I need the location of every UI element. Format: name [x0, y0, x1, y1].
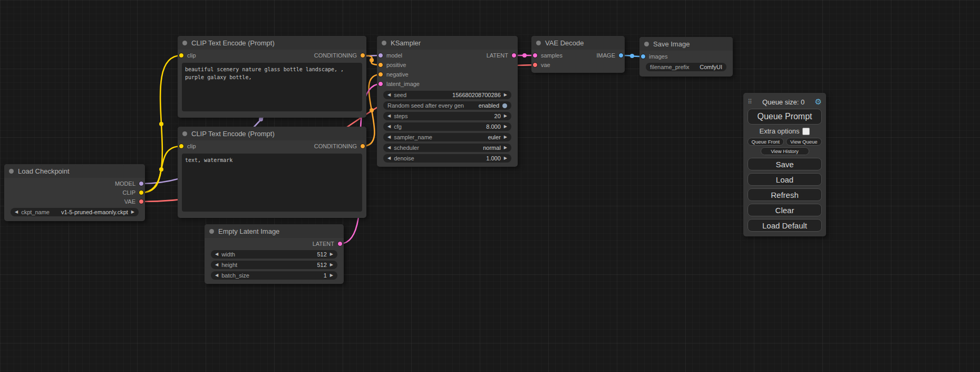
random-seed-toggle-widget[interactable]: Random seed after every gen enabled	[383, 101, 511, 110]
increment-arrow-icon[interactable]: ▶	[504, 125, 507, 129]
input-port-model[interactable]: model	[378, 52, 402, 59]
link-midpoint-dot[interactable]	[259, 117, 263, 121]
node-graph-canvas[interactable]: Load Checkpoint MODEL CLIP VAE	[0, 0, 980, 372]
input-port-clip[interactable]: clip	[179, 143, 196, 149]
load-button[interactable]: Load	[748, 173, 822, 186]
node-title-bar[interactable]: KSampler	[377, 36, 518, 50]
queue-front-button[interactable]: Queue Front	[748, 138, 784, 146]
increment-arrow-icon[interactable]: ▶	[330, 252, 333, 256]
view-queue-button[interactable]: View Queue	[786, 138, 822, 146]
latent-port-dot[interactable]	[532, 53, 538, 58]
decrement-arrow-icon[interactable]: ◀	[387, 125, 391, 129]
increment-arrow-icon[interactable]: ▶	[504, 146, 507, 150]
extra-options-checkbox[interactable]	[802, 128, 810, 135]
output-port-conditioning[interactable]: CONDITIONING	[314, 143, 365, 149]
input-port-clip[interactable]: clip	[179, 52, 196, 59]
link-midpoint-dot[interactable]	[159, 167, 163, 171]
link-midpoint-dot[interactable]	[370, 58, 374, 62]
width-widget[interactable]: ◀ width 512 ▶	[211, 250, 337, 259]
node-clip-text-encode-negative[interactable]: CLIP Text Encode (Prompt) clip CONDITION…	[178, 127, 366, 218]
seed-widget[interactable]: ◀ seed 156680208700286 ▶	[383, 91, 511, 99]
increment-arrow-icon[interactable]: ▶	[504, 135, 507, 139]
load-default-button[interactable]: Load Default	[748, 219, 822, 232]
decrement-arrow-icon[interactable]: ◀	[215, 273, 218, 278]
clip-port-dot[interactable]	[179, 53, 184, 58]
decrement-arrow-icon[interactable]: ◀	[215, 252, 218, 256]
model-port-dot[interactable]	[378, 53, 383, 58]
view-history-button[interactable]: View History	[761, 147, 809, 155]
scheduler-widget[interactable]: ◀ scheduler normal ▶	[383, 144, 511, 152]
node-title-bar[interactable]: Load Checkpoint	[4, 164, 145, 178]
save-button[interactable]: Save	[748, 158, 822, 170]
node-title-bar[interactable]: CLIP Text Encode (Prompt)	[178, 36, 366, 50]
clear-button[interactable]: Clear	[748, 204, 822, 216]
drag-handle-icon[interactable]: ⠿	[748, 98, 752, 106]
clip-port-dot[interactable]	[179, 144, 184, 149]
output-port-image[interactable]: IMAGE	[597, 52, 624, 59]
latent-port-dot[interactable]	[378, 81, 383, 87]
output-port-conditioning[interactable]: CONDITIONING	[314, 52, 365, 59]
node-title-bar[interactable]: Empty Latent Image	[205, 224, 344, 238]
collapse-dot[interactable]	[644, 42, 649, 46]
conditioning-port-dot[interactable]	[378, 62, 383, 68]
node-save-image[interactable]: Save Image images filename_prefix ComfyU…	[639, 37, 733, 77]
output-port-clip[interactable]: CLIP	[123, 189, 144, 196]
decrement-arrow-icon[interactable]: ◀	[15, 210, 18, 214]
increment-arrow-icon[interactable]: ▶	[504, 114, 507, 118]
conditioning-port-dot[interactable]	[378, 72, 383, 77]
increment-arrow-icon[interactable]: ▶	[330, 273, 333, 278]
decrement-arrow-icon[interactable]: ◀	[215, 263, 218, 267]
node-title-bar[interactable]: Save Image	[639, 37, 733, 51]
vae-port-dot[interactable]	[139, 199, 144, 204]
collapse-dot[interactable]	[382, 41, 386, 45]
height-widget[interactable]: ◀ height 512 ▶	[211, 261, 337, 269]
toggle-dot[interactable]	[502, 103, 507, 108]
increment-arrow-icon[interactable]: ▶	[330, 263, 333, 267]
node-title-bar[interactable]: VAE Decode	[531, 36, 625, 50]
output-port-vae[interactable]: VAE	[124, 198, 144, 205]
input-port-samples[interactable]: samples	[532, 52, 562, 59]
input-port-positive[interactable]: positive	[378, 62, 406, 68]
output-port-latent[interactable]: LATENT	[313, 241, 343, 247]
input-port-vae[interactable]: vae	[532, 62, 550, 68]
decrement-arrow-icon[interactable]: ◀	[387, 156, 391, 160]
link-midpoint-dot[interactable]	[630, 54, 634, 58]
link-midpoint-dot[interactable]	[522, 53, 527, 58]
image-port-dot[interactable]	[641, 54, 646, 59]
latent-port-dot[interactable]	[511, 53, 517, 58]
collapse-dot[interactable]	[9, 169, 14, 174]
settings-gear-icon[interactable]: ⚙	[815, 97, 822, 107]
node-ksampler[interactable]: KSampler model LATENT positive	[377, 36, 518, 167]
link-midpoint-dot[interactable]	[159, 122, 163, 126]
node-title-bar[interactable]: CLIP Text Encode (Prompt)	[178, 127, 366, 140]
node-load-checkpoint[interactable]: Load Checkpoint MODEL CLIP VAE	[4, 164, 145, 221]
node-empty-latent-image[interactable]: Empty Latent Image LATENT ◀ width 512 ▶ …	[205, 224, 344, 284]
sampler-name-widget[interactable]: ◀ sampler_name euler ▶	[383, 133, 511, 141]
output-port-model[interactable]: MODEL	[115, 180, 144, 187]
positive-prompt-textarea[interactable]: beautiful scenery nature glass bottle la…	[182, 63, 362, 111]
decrement-arrow-icon[interactable]: ◀	[387, 93, 391, 97]
node-clip-text-encode-positive[interactable]: CLIP Text Encode (Prompt) clip CONDITION…	[178, 36, 366, 118]
decrement-arrow-icon[interactable]: ◀	[387, 114, 391, 118]
refresh-button[interactable]: Refresh	[748, 188, 822, 201]
decrement-arrow-icon[interactable]: ◀	[387, 135, 391, 139]
steps-widget[interactable]: ◀ steps 20 ▶	[383, 112, 511, 120]
output-port-latent[interactable]: LATENT	[487, 52, 517, 59]
batch-size-widget[interactable]: ◀ batch_size 1 ▶	[211, 271, 337, 280]
collapse-dot[interactable]	[182, 131, 187, 136]
decrement-arrow-icon[interactable]: ◀	[387, 146, 391, 150]
link-midpoint-dot[interactable]	[370, 108, 374, 112]
filename-prefix-widget[interactable]: filename_prefix ComfyUI	[646, 63, 726, 71]
collapse-dot[interactable]	[182, 41, 187, 45]
vae-port-dot[interactable]	[532, 62, 538, 68]
cfg-widget[interactable]: ◀ cfg 8.000 ▶	[383, 122, 511, 131]
negative-prompt-textarea[interactable]: text, watermark	[182, 154, 362, 212]
increment-arrow-icon[interactable]: ▶	[504, 93, 507, 97]
increment-arrow-icon[interactable]: ▶	[504, 156, 507, 160]
denoise-widget[interactable]: ◀ denoise 1.000 ▶	[383, 154, 511, 163]
increment-arrow-icon[interactable]: ▶	[131, 210, 134, 214]
collapse-dot[interactable]	[209, 229, 214, 234]
conditioning-port-dot[interactable]	[360, 53, 365, 58]
ckpt-name-widget[interactable]: ◀ ckpt_name v1-5-pruned-emaonly.ckpt ▶	[11, 208, 139, 216]
latent-port-dot[interactable]	[337, 241, 343, 246]
